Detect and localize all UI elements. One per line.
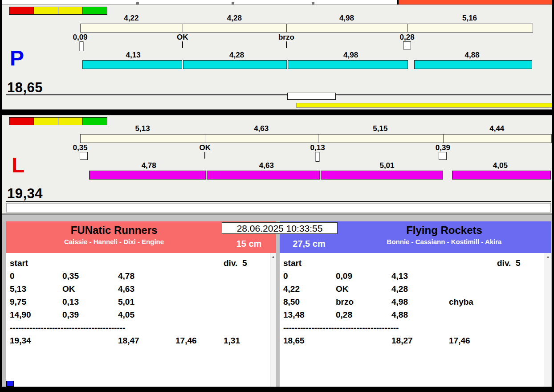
timing-app-window: 4,22 4,28 4,98 5,16 0,09 OK brzo 0,28 P … xyxy=(0,0,554,392)
table-row: 4,22 OK 4,28 xyxy=(280,282,551,295)
lane-letter: P xyxy=(10,48,24,69)
tick-mark-icon xyxy=(204,152,205,159)
total-reference: 17,46 xyxy=(449,334,470,347)
upper-timeline-bar xyxy=(80,134,552,143)
runner-bar xyxy=(452,171,551,180)
tick-mark-icon xyxy=(286,41,287,48)
split-value: 4,98 xyxy=(286,14,407,22)
marker-box xyxy=(80,41,84,51)
cell-split: 5,01 xyxy=(118,295,134,308)
lane-total-time: 18,65 xyxy=(7,80,43,96)
team-left-titles: FUNatic Runners Caissie - Hanneli - Dixi… xyxy=(6,224,222,247)
split-value: 4,28 xyxy=(184,51,289,59)
cell-exchange: OK xyxy=(336,282,349,295)
timeline-segment xyxy=(318,135,444,143)
split-value: 4,63 xyxy=(205,124,318,132)
table-header-row: start div. 5 xyxy=(280,257,551,270)
table-header-row: start div. 5 xyxy=(6,257,276,270)
exchange-mark: 0,39 xyxy=(436,143,450,152)
upper-timeline-bar xyxy=(80,24,533,33)
light-red-icon xyxy=(9,117,34,125)
table-totals-row: 19,34 18,47 17,46 1,31 xyxy=(6,334,276,347)
split-value: 4,22 xyxy=(80,14,183,22)
exchange-checkbox[interactable] xyxy=(439,152,447,160)
timeline-segment xyxy=(444,135,551,143)
runner-bar xyxy=(321,171,443,180)
col-div-label: div. 5 xyxy=(224,257,247,270)
exchange-checkbox[interactable] xyxy=(80,152,88,160)
exchange-judgement-labels: 0,09 OK brzo 0,28 xyxy=(80,33,532,41)
total-time: 19,34 xyxy=(10,334,31,347)
split-value: 5,13 xyxy=(80,124,205,132)
lane-total-time: 19,34 xyxy=(7,186,43,202)
exchange-mark: brzo xyxy=(278,33,294,42)
runner-bar xyxy=(414,60,532,69)
timeline-segment xyxy=(183,24,287,32)
cell-cumulative: 8,50 xyxy=(283,295,300,308)
light-yellow-icon xyxy=(58,7,83,15)
table-totals-row: 18,65 18,27 17,46 xyxy=(280,334,551,347)
exchange-mark: OK xyxy=(199,143,211,152)
exchange-markers xyxy=(80,41,532,51)
split-value: 4,28 xyxy=(183,14,286,22)
handicap-right: 27,5 cm xyxy=(280,238,338,249)
section-separator xyxy=(2,214,552,221)
light-red-icon xyxy=(9,7,34,15)
total-reference: 17,46 xyxy=(175,334,197,347)
scrollbar[interactable]: ▲ xyxy=(270,253,276,387)
scrollbar[interactable]: ▲ xyxy=(545,253,551,387)
split-value: 5,01 xyxy=(324,161,449,169)
table-row: 5,13 OK 4,63 xyxy=(6,282,276,295)
runner-bar xyxy=(288,60,408,69)
handicap-left: 15 cm xyxy=(222,238,276,249)
lane-panel-l: 5,13 4,63 5,15 4,44 0,35 OK 0,13 0,39 L … xyxy=(2,115,552,214)
col-start-label: start xyxy=(283,257,301,270)
timeline-segment xyxy=(81,135,205,143)
timeline-segment xyxy=(408,24,533,32)
runner-segment-bar xyxy=(82,60,532,69)
scroll-up-icon[interactable]: ▲ xyxy=(270,253,276,259)
exchange-checkbox[interactable] xyxy=(403,41,411,49)
split-value: 4,63 xyxy=(208,161,324,169)
cell-exchange: 0,35 xyxy=(62,270,79,282)
team-name: FUNatic Runners xyxy=(6,224,222,237)
table-row: 13,48 0,28 4,88 xyxy=(280,308,551,321)
team-members: Bonnie - Cassiann - Kostimill - Akira xyxy=(338,237,551,247)
cell-cumulative: 13,48 xyxy=(283,308,305,321)
lane-letter: L xyxy=(12,155,24,176)
table-row: 9,75 0,13 5,01 xyxy=(6,295,276,308)
progress-bar-yellow xyxy=(296,103,552,108)
lower-split-values: 4,78 4,63 5,01 4,05 xyxy=(89,161,551,169)
panel-divider xyxy=(0,110,554,115)
split-value: 4,78 xyxy=(89,161,208,169)
empty-status-row xyxy=(6,203,551,212)
timeline-segment xyxy=(205,135,318,143)
team-right-titles: Flying Rockets Bonnie - Cassiann - Kosti… xyxy=(338,224,551,247)
scroll-up-icon[interactable]: ▲ xyxy=(545,253,551,259)
cell-exchange: 0,09 xyxy=(336,270,352,282)
exchange-markers xyxy=(80,152,551,162)
divider-line xyxy=(6,201,551,202)
split-value: 4,88 xyxy=(412,51,532,59)
split-value: 4,05 xyxy=(450,161,551,169)
split-value: 4,44 xyxy=(443,124,551,132)
table-row: 0 0,35 4,78 xyxy=(6,270,276,282)
runner-bar xyxy=(207,171,320,180)
upper-split-values: 4,22 4,28 4,98 5,16 xyxy=(80,14,532,22)
split-value: 4,98 xyxy=(289,51,412,59)
cell-cumulative: 5,13 xyxy=(10,282,26,295)
split-value: 4,13 xyxy=(82,51,184,59)
results-table-right: start div. 5 0 0,09 4,13 4,22 OK 4,28 8,… xyxy=(280,253,551,387)
cell-split: 4,28 xyxy=(391,282,408,295)
cell-exchange: 0,13 xyxy=(62,295,79,308)
table-row: 8,50 brzo 4,98 chyba xyxy=(280,295,551,308)
cell-split: 4,98 xyxy=(391,295,408,308)
cell-cumulative: 14,90 xyxy=(10,308,31,321)
table-separator: ----------------------------------------… xyxy=(6,321,276,334)
split-value: 5,16 xyxy=(407,14,532,22)
team-name: Flying Rockets xyxy=(338,224,551,237)
cell-split: 4,13 xyxy=(391,270,408,282)
cell-exchange: OK xyxy=(62,282,75,295)
results-table-left: start div. 5 0 0,35 4,78 5,13 OK 4,63 9,… xyxy=(6,253,276,387)
cell-cumulative: 0 xyxy=(10,270,15,282)
